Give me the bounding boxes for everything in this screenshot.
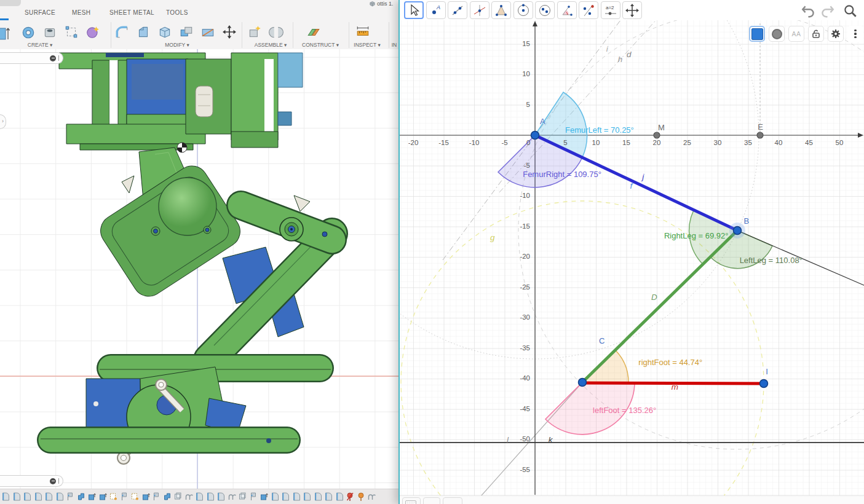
- point-B[interactable]: [734, 227, 742, 235]
- group-inspect-label[interactable]: INSPECT ▾: [354, 42, 380, 48]
- timeline-feature-35-joint[interactable]: [367, 492, 376, 502]
- timeline-feature-9-extup[interactable]: [87, 492, 96, 502]
- timeline-feature-30-d[interactable]: [314, 492, 322, 502]
- tab-surface[interactable]: SURFACE: [25, 9, 55, 16]
- clipped-tool-icon[interactable]: [0, 26, 12, 42]
- gg-tool-slider[interactable]: a=2: [601, 1, 620, 19]
- keyboard-toggle-button[interactable]: [402, 497, 421, 504]
- bottom-button-3[interactable]: [443, 497, 462, 504]
- group-create-label[interactable]: CREATE ▾: [28, 42, 52, 48]
- timeline-feature-18-joint[interactable]: [184, 492, 193, 502]
- gg-tool-line[interactable]: [448, 1, 467, 19]
- timeline-feature-12-flag[interactable]: [120, 492, 129, 502]
- collapse-icon[interactable]: [50, 55, 56, 61]
- timeline-feature-32-d[interactable]: [335, 492, 344, 502]
- tab-sheet-metal[interactable]: SHEET METAL: [109, 9, 154, 16]
- timeline-feature-3-d[interactable]: [23, 492, 31, 502]
- timeline-feature-1-d[interactable]: [1, 492, 10, 502]
- tool-hole-button[interactable]: [42, 25, 57, 39]
- gg-tool-compass[interactable]: [535, 1, 555, 19]
- timeline-feature-14-extup[interactable]: [141, 492, 150, 502]
- gg-tool-polygon[interactable]: [491, 1, 511, 19]
- x-tick-40: 40: [771, 139, 787, 146]
- tool-joint-button[interactable]: [269, 25, 283, 39]
- timeline-slider-bar[interactable]: [0, 475, 63, 487]
- point-I[interactable]: [760, 380, 768, 388]
- robot-leg-model[interactable]: [0, 49, 406, 489]
- gg-tool-circle[interactable]: [513, 1, 533, 19]
- gg-tool-move-graphics[interactable]: [622, 1, 642, 19]
- gg-undo-button[interactable]: [801, 3, 817, 19]
- group-modify-label[interactable]: MODIFY ▾: [165, 42, 189, 48]
- gg-tool-point[interactable]: A: [426, 1, 446, 19]
- point-M[interactable]: [654, 132, 660, 138]
- browser-collapse-bar[interactable]: [0, 52, 63, 64]
- group-in-label[interactable]: IN: [392, 42, 397, 48]
- tab-tools[interactable]: TOOLS: [166, 9, 188, 16]
- tool-chamfer-button[interactable]: [136, 25, 151, 39]
- label-style-button[interactable]: AA: [788, 26, 804, 42]
- point-E[interactable]: [757, 132, 763, 138]
- tool-form-button[interactable]: [85, 25, 100, 39]
- gg-tool-perpendicular[interactable]: [470, 1, 489, 19]
- settings-button[interactable]: [828, 26, 844, 42]
- timeline-feature-20-d[interactable]: [206, 492, 215, 502]
- timeline-feature-7-flag[interactable]: [66, 492, 74, 502]
- timeline-feature-5-d[interactable]: [44, 492, 53, 502]
- group-assemble-label[interactable]: ASSEMBLE ▾: [255, 42, 287, 48]
- timeline-feature-15-flag[interactable]: [152, 492, 161, 502]
- gg-search-button[interactable]: [842, 3, 858, 19]
- timeline-feature-24-flag[interactable]: [249, 492, 258, 502]
- more-menu-button[interactable]: [847, 26, 863, 42]
- timeline-feature-21-d[interactable]: [216, 492, 225, 502]
- timeline-feature-27-d[interactable]: [281, 492, 290, 502]
- slider-icon[interactable]: [50, 478, 56, 484]
- timeline-feature-34-pin[interactable]: [357, 492, 365, 502]
- geogebra-graphics-view[interactable]: -20-15-10-5510152025303540455015105-5-10…: [400, 20, 864, 495]
- timeline-feature-22-joint[interactable]: [228, 492, 236, 502]
- timeline-feature-2-d[interactable]: [12, 492, 21, 502]
- tab-mesh[interactable]: MESH: [72, 9, 91, 16]
- tool-move-button[interactable]: [222, 25, 237, 39]
- tool-sketch-button[interactable]: [64, 25, 79, 39]
- lock-button[interactable]: [808, 26, 824, 42]
- timeline-feature-4-d[interactable]: [34, 492, 42, 502]
- timeline-feature-17-comp[interactable]: [173, 492, 182, 502]
- color-style-button[interactable]: [749, 26, 765, 42]
- timeline-feature-13-sk[interactable]: [130, 492, 139, 502]
- timeline-feature-23-comp[interactable]: [238, 492, 247, 502]
- gg-tool-move[interactable]: [404, 1, 424, 19]
- timeline-feature-6-d[interactable]: [55, 492, 64, 502]
- gg-redo-button[interactable]: [819, 3, 835, 19]
- tool-press-pull-button[interactable]: [21, 25, 36, 39]
- x-tick-30: 30: [710, 139, 726, 146]
- group-inspect-icons: [355, 25, 370, 39]
- tool-new-component-button[interactable]: [247, 25, 262, 39]
- timeline-feature-26-d[interactable]: [271, 492, 279, 502]
- timeline-feature-29-d[interactable]: [303, 492, 311, 502]
- timeline-feature-11-sk[interactable]: [109, 492, 117, 502]
- tool-plane-button[interactable]: [306, 25, 321, 39]
- gg-tool-reflect[interactable]: [579, 1, 598, 19]
- timeline-feature-19-d[interactable]: [195, 492, 204, 502]
- point-style-button[interactable]: [769, 26, 785, 42]
- timeline-feature-8-ext[interactable]: [77, 492, 85, 502]
- tool-fillet-button[interactable]: [114, 25, 129, 39]
- point-A[interactable]: [531, 132, 539, 140]
- gg-tool-angle[interactable]: [557, 1, 577, 19]
- timeline-feature-16-ext[interactable]: [163, 492, 172, 502]
- point-C[interactable]: [579, 379, 587, 387]
- timeline-feature-31-d[interactable]: [324, 492, 333, 502]
- tool-split-button[interactable]: [200, 25, 215, 39]
- fusion-viewport[interactable]: ›: [0, 49, 406, 489]
- timeline-feature-25-extup[interactable]: [260, 492, 268, 502]
- tool-combine-button[interactable]: [179, 25, 194, 39]
- timeline-feature-33-pinoff[interactable]: [346, 492, 354, 502]
- timeline-feature-28-d[interactable]: [292, 492, 301, 502]
- bottom-button-2[interactable]: [423, 497, 440, 504]
- timeline-feature-10-extup[interactable]: [98, 492, 107, 502]
- tool-measure-button[interactable]: [355, 25, 370, 39]
- group-construct-label[interactable]: CONSTRUCT ▾: [302, 42, 339, 48]
- origin-label: 0: [526, 139, 530, 146]
- tool-shell-button[interactable]: [157, 25, 172, 39]
